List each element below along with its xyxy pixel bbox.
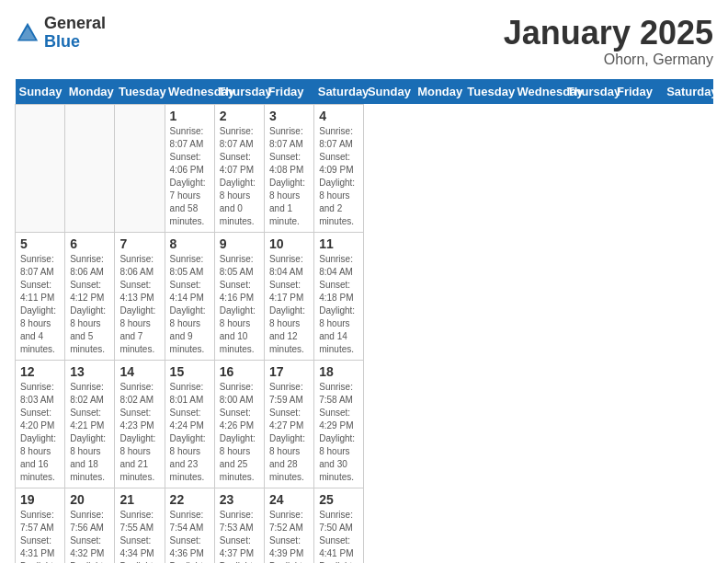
weekday-header-monday: Monday xyxy=(414,79,463,105)
calendar-day-cell: 12Sunrise: 8:03 AM Sunset: 4:20 PM Dayli… xyxy=(16,360,65,488)
day-info: Sunrise: 8:07 AM Sunset: 4:08 PM Dayligh… xyxy=(269,125,309,228)
day-info: Sunrise: 8:07 AM Sunset: 4:09 PM Dayligh… xyxy=(319,125,358,228)
day-info: Sunrise: 7:57 AM Sunset: 4:31 PM Dayligh… xyxy=(20,509,60,563)
calendar-day-cell: 20Sunrise: 7:56 AM Sunset: 4:32 PM Dayli… xyxy=(65,488,115,563)
day-number: 24 xyxy=(269,492,309,507)
day-number: 19 xyxy=(20,492,60,507)
weekday-header-tuesday: Tuesday xyxy=(463,79,513,105)
logo-blue-label: Blue xyxy=(44,33,106,52)
calendar-day-cell: 10Sunrise: 8:04 AM Sunset: 4:17 PM Dayli… xyxy=(265,232,314,360)
weekday-header-row: SundayMondayTuesdayWednesdayThursdayFrid… xyxy=(16,79,713,105)
day-number: 3 xyxy=(269,109,309,123)
day-number: 12 xyxy=(20,364,60,379)
day-info: Sunrise: 8:07 AM Sunset: 4:07 PM Dayligh… xyxy=(220,125,259,228)
day-number: 10 xyxy=(269,236,309,251)
day-number: 17 xyxy=(269,364,309,379)
calendar-day-cell: 15Sunrise: 8:01 AM Sunset: 4:24 PM Dayli… xyxy=(165,360,214,488)
calendar-day-cell: 17Sunrise: 7:59 AM Sunset: 4:27 PM Dayli… xyxy=(265,360,314,488)
calendar-week-row: 12Sunrise: 8:03 AM Sunset: 4:20 PM Dayli… xyxy=(16,360,713,488)
calendar-day-cell: 11Sunrise: 8:04 AM Sunset: 4:18 PM Dayli… xyxy=(314,232,364,360)
day-number: 14 xyxy=(119,364,159,379)
day-number: 22 xyxy=(170,492,210,507)
day-info: Sunrise: 8:04 AM Sunset: 4:18 PM Dayligh… xyxy=(319,253,358,356)
day-number: 6 xyxy=(70,236,109,251)
day-number: 8 xyxy=(170,236,210,251)
calendar-day-cell xyxy=(115,104,165,232)
day-number: 9 xyxy=(220,236,259,251)
calendar-day-cell: 9Sunrise: 8:05 AM Sunset: 4:16 PM Daylig… xyxy=(214,232,264,360)
day-info: Sunrise: 8:00 AM Sunset: 4:26 PM Dayligh… xyxy=(220,381,259,484)
day-number: 16 xyxy=(220,364,259,379)
day-number: 20 xyxy=(70,492,109,507)
day-info: Sunrise: 7:55 AM Sunset: 4:34 PM Dayligh… xyxy=(119,509,159,563)
day-info: Sunrise: 7:59 AM Sunset: 4:27 PM Dayligh… xyxy=(269,381,309,484)
weekday-header-saturday: Saturday xyxy=(663,79,712,105)
logo-icon xyxy=(15,20,40,46)
calendar-day-cell: 22Sunrise: 7:54 AM Sunset: 4:36 PM Dayli… xyxy=(165,488,214,563)
day-info: Sunrise: 8:06 AM Sunset: 4:13 PM Dayligh… xyxy=(119,253,159,356)
calendar-week-row: 5Sunrise: 8:07 AM Sunset: 4:11 PM Daylig… xyxy=(16,232,713,360)
calendar-subtitle: Ohorn, Germany xyxy=(504,52,713,68)
day-info: Sunrise: 8:06 AM Sunset: 4:12 PM Dayligh… xyxy=(70,253,109,356)
weekday-header-thursday: Thursday xyxy=(563,79,613,105)
day-number: 15 xyxy=(170,364,210,379)
calendar-day-cell: 5Sunrise: 8:07 AM Sunset: 4:11 PM Daylig… xyxy=(16,232,65,360)
day-info: Sunrise: 8:04 AM Sunset: 4:17 PM Dayligh… xyxy=(269,253,309,356)
weekday-header-wednesday: Wednesday xyxy=(514,79,563,105)
weekday-header-sunday: Sunday xyxy=(16,79,65,105)
day-info: Sunrise: 7:53 AM Sunset: 4:37 PM Dayligh… xyxy=(220,509,259,563)
day-number: 7 xyxy=(119,236,159,251)
day-info: Sunrise: 7:56 AM Sunset: 4:32 PM Dayligh… xyxy=(70,509,109,563)
weekday-header-saturday: Saturday xyxy=(314,79,364,105)
day-info: Sunrise: 7:50 AM Sunset: 4:41 PM Dayligh… xyxy=(319,509,358,563)
calendar-day-cell: 18Sunrise: 7:58 AM Sunset: 4:29 PM Dayli… xyxy=(314,360,364,488)
calendar-week-row: 1Sunrise: 8:07 AM Sunset: 4:06 PM Daylig… xyxy=(16,104,713,232)
weekday-header-tuesday: Tuesday xyxy=(115,79,165,105)
day-info: Sunrise: 7:54 AM Sunset: 4:36 PM Dayligh… xyxy=(170,509,210,563)
day-number: 5 xyxy=(20,236,60,251)
day-number: 13 xyxy=(70,364,109,379)
day-info: Sunrise: 8:02 AM Sunset: 4:23 PM Dayligh… xyxy=(119,381,159,484)
day-number: 21 xyxy=(119,492,159,507)
weekday-header-friday: Friday xyxy=(265,79,314,105)
weekday-header-thursday: Thursday xyxy=(214,79,264,105)
title-section: January 2025 Ohorn, Germany xyxy=(504,15,713,68)
calendar-week-row: 19Sunrise: 7:57 AM Sunset: 4:31 PM Dayli… xyxy=(16,488,713,563)
day-number: 25 xyxy=(319,492,358,507)
calendar-day-cell xyxy=(65,104,115,232)
weekday-header-monday: Monday xyxy=(65,79,115,105)
calendar-day-cell: 24Sunrise: 7:52 AM Sunset: 4:39 PM Dayli… xyxy=(265,488,314,563)
calendar-day-cell: 3Sunrise: 8:07 AM Sunset: 4:08 PM Daylig… xyxy=(265,104,314,232)
day-info: Sunrise: 7:58 AM Sunset: 4:29 PM Dayligh… xyxy=(319,381,358,484)
calendar-title: January 2025 xyxy=(504,15,713,52)
calendar-day-cell: 25Sunrise: 7:50 AM Sunset: 4:41 PM Dayli… xyxy=(314,488,364,563)
day-info: Sunrise: 8:07 AM Sunset: 4:11 PM Dayligh… xyxy=(20,253,60,356)
day-number: 1 xyxy=(170,109,210,123)
day-number: 18 xyxy=(319,364,358,379)
logo-text: General Blue xyxy=(44,15,106,52)
day-number: 4 xyxy=(319,109,358,123)
calendar-day-cell: 23Sunrise: 7:53 AM Sunset: 4:37 PM Dayli… xyxy=(214,488,264,563)
day-info: Sunrise: 8:01 AM Sunset: 4:24 PM Dayligh… xyxy=(170,381,210,484)
page-header: General Blue January 2025 Ohorn, Germany xyxy=(15,15,713,68)
day-info: Sunrise: 8:07 AM Sunset: 4:06 PM Dayligh… xyxy=(170,125,210,228)
weekday-header-friday: Friday xyxy=(613,79,663,105)
day-info: Sunrise: 8:02 AM Sunset: 4:21 PM Dayligh… xyxy=(70,381,109,484)
calendar-day-cell: 13Sunrise: 8:02 AM Sunset: 4:21 PM Dayli… xyxy=(65,360,115,488)
calendar-table: SundayMondayTuesdayWednesdayThursdayFrid… xyxy=(15,79,713,563)
calendar-day-cell: 4Sunrise: 8:07 AM Sunset: 4:09 PM Daylig… xyxy=(314,104,364,232)
day-info: Sunrise: 8:05 AM Sunset: 4:16 PM Dayligh… xyxy=(220,253,259,356)
calendar-day-cell: 19Sunrise: 7:57 AM Sunset: 4:31 PM Dayli… xyxy=(16,488,65,563)
day-info: Sunrise: 7:52 AM Sunset: 4:39 PM Dayligh… xyxy=(269,509,309,563)
calendar-day-cell: 14Sunrise: 8:02 AM Sunset: 4:23 PM Dayli… xyxy=(115,360,165,488)
calendar-day-cell: 6Sunrise: 8:06 AM Sunset: 4:12 PM Daylig… xyxy=(65,232,115,360)
calendar-day-cell: 7Sunrise: 8:06 AM Sunset: 4:13 PM Daylig… xyxy=(115,232,165,360)
calendar-day-cell: 21Sunrise: 7:55 AM Sunset: 4:34 PM Dayli… xyxy=(115,488,165,563)
calendar-day-cell xyxy=(16,104,65,232)
weekday-header-wednesday: Wednesday xyxy=(165,79,214,105)
day-number: 23 xyxy=(220,492,259,507)
day-info: Sunrise: 8:05 AM Sunset: 4:14 PM Dayligh… xyxy=(170,253,210,356)
calendar-day-cell: 16Sunrise: 8:00 AM Sunset: 4:26 PM Dayli… xyxy=(214,360,264,488)
logo: General Blue xyxy=(15,15,106,52)
day-info: Sunrise: 8:03 AM Sunset: 4:20 PM Dayligh… xyxy=(20,381,60,484)
